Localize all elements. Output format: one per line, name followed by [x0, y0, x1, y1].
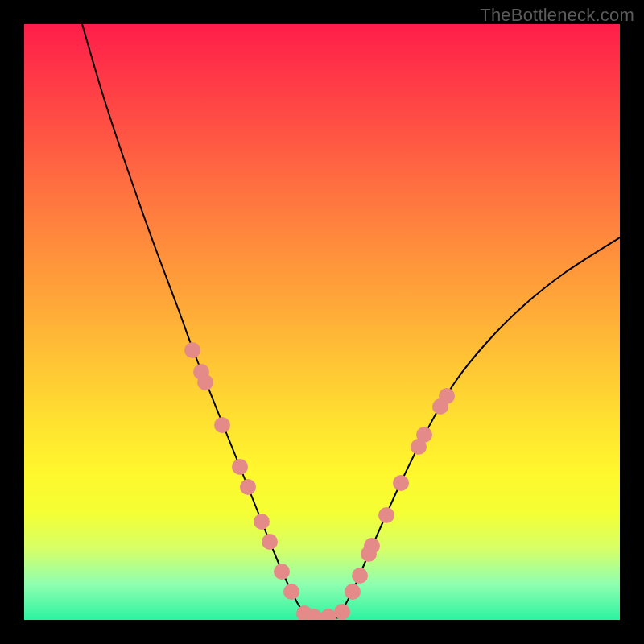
data-marker: [320, 609, 336, 620]
curve-group: [82, 24, 620, 618]
data-marker: [393, 475, 409, 491]
data-marker: [439, 388, 455, 404]
data-marker: [232, 459, 248, 475]
data-marker: [254, 514, 270, 530]
plot-area: [24, 24, 620, 620]
data-marker: [364, 538, 380, 554]
data-marker: [214, 417, 230, 433]
data-marker: [283, 584, 299, 600]
data-marker: [334, 604, 350, 620]
data-marker: [262, 534, 278, 550]
data-marker: [274, 564, 290, 580]
bottleneck-curve: [82, 24, 620, 618]
data-marker: [345, 584, 361, 600]
watermark-text: TheBottleneck.com: [480, 5, 634, 26]
data-marker: [240, 479, 256, 495]
outer-frame: TheBottleneck.com: [0, 0, 644, 644]
data-marker: [352, 568, 368, 584]
data-marker: [378, 507, 394, 523]
marker-group: [184, 342, 455, 620]
chart-svg: [24, 24, 620, 620]
data-marker: [197, 374, 213, 390]
data-marker: [184, 342, 200, 358]
data-marker: [416, 427, 432, 443]
